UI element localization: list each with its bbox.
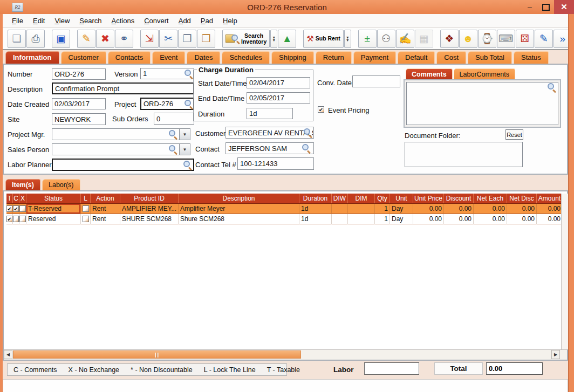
paste-button[interactable]: ❒ <box>197 30 215 48</box>
number-field[interactable] <box>52 68 106 80</box>
column-header-amount[interactable]: Amount <box>537 194 562 203</box>
menu-item-actions[interactable]: Actions <box>107 17 140 25</box>
column-header-status[interactable]: Status <box>26 194 81 203</box>
tab-payment[interactable]: Payment <box>353 51 396 64</box>
column-header-action[interactable]: Action <box>91 194 120 203</box>
tab-cost[interactable]: Cost <box>436 51 466 64</box>
cut-button[interactable]: ✂ <box>159 30 177 48</box>
tab-event[interactable]: Event <box>152 51 185 64</box>
tab-customer[interactable]: Customer <box>61 51 106 64</box>
comments-textarea[interactable] <box>406 82 558 125</box>
menu-item-view[interactable]: View <box>50 17 74 25</box>
sales-person-dropdown-button[interactable]: ▼ <box>179 143 190 155</box>
contact-tel-field[interactable] <box>237 157 314 170</box>
find-binoculars-button[interactable]: ⚭ <box>115 30 133 48</box>
column-header-unit-price[interactable]: Unit Price <box>413 194 444 203</box>
conv-date-field[interactable] <box>352 75 400 87</box>
column-header-x[interactable]: X <box>19 194 26 203</box>
save-button[interactable]: ▣ <box>52 30 70 48</box>
menu-item-convert[interactable]: Convert <box>139 17 174 25</box>
sub-rent-more-button[interactable]: ▾ ▾ <box>344 30 351 48</box>
end-date-field[interactable] <box>247 92 310 104</box>
groups-button[interactable]: ⚇ <box>377 30 395 48</box>
tab-labor-comments[interactable]: LaborComments <box>454 68 515 80</box>
vertical-scrollbar[interactable] <box>561 194 568 349</box>
row-checkbox[interactable]: ✔ <box>6 205 12 212</box>
event-pricing-checkbox[interactable]: ✔ <box>318 106 324 113</box>
version-search-icon[interactable] <box>184 70 193 78</box>
document-edit-button[interactable]: ✎ <box>535 30 553 48</box>
horizontal-scrollbar[interactable]: ◀ ▶ <box>4 349 567 360</box>
cube-stack-button[interactable]: ⚄ <box>516 30 534 48</box>
search-inventory-button[interactable]: Search Inventory <box>222 30 270 48</box>
description-field[interactable] <box>52 82 194 94</box>
sub-orders-field[interactable] <box>154 113 194 125</box>
labor-total-field[interactable] <box>364 362 419 375</box>
org-chart-button[interactable]: ❖ <box>440 30 459 48</box>
row-checkbox[interactable]: ✔ <box>6 216 12 222</box>
delete-button[interactable]: ✖ <box>96 30 114 48</box>
tab-comments[interactable]: Comments <box>406 68 453 80</box>
date-created-field[interactable] <box>52 98 106 109</box>
column-header-dim[interactable]: DIM <box>348 194 375 203</box>
row-checkbox[interactable] <box>83 205 89 212</box>
row-checkbox[interactable] <box>83 216 89 222</box>
transfer-lines-button[interactable]: ⇲ <box>140 30 159 48</box>
tab-contacts[interactable]: Contacts <box>108 51 151 64</box>
tab-schedules[interactable]: Schedules <box>222 51 270 64</box>
table-row[interactable]: ✔✔T-ReservedRentAMPLIFIER MEY...Amplifie… <box>6 204 562 214</box>
column-header-duration[interactable]: Duration <box>299 194 332 203</box>
tab-sub-total[interactable]: Sub Total <box>468 51 512 64</box>
tab-information[interactable]: Information <box>5 51 59 64</box>
menu-item-pad[interactable]: Pad <box>196 17 218 25</box>
column-header-product-id[interactable]: Product ID <box>120 194 179 203</box>
tab-default[interactable]: Default <box>398 51 435 64</box>
sales-person-field[interactable] <box>52 143 180 155</box>
table-row[interactable]: ✔ReservedRentSHURE SCM268Shure SCM2681d1… <box>6 214 562 224</box>
menu-item-add[interactable]: Add <box>174 17 196 25</box>
document-folder-box[interactable] <box>405 142 523 167</box>
column-header-diw[interactable]: DIW <box>332 194 348 203</box>
copy-button[interactable]: ❐ <box>178 30 196 48</box>
add-remove-button[interactable]: ± <box>358 30 377 48</box>
menu-item-help[interactable]: Help <box>218 17 242 25</box>
column-header-unit[interactable]: Unit <box>390 194 413 203</box>
row-checkbox[interactable]: ✔ <box>13 205 19 212</box>
duration-field[interactable] <box>247 108 293 119</box>
row-checkbox[interactable] <box>19 216 26 222</box>
site-field[interactable] <box>52 113 106 125</box>
print-button[interactable]: ⎙ <box>26 30 45 48</box>
project-mgr-search-icon[interactable] <box>169 130 177 138</box>
column-header-description[interactable]: Description <box>179 194 299 203</box>
total-value-field[interactable] <box>486 362 543 375</box>
menu-item-edit[interactable]: Edit <box>28 17 50 25</box>
column-header-qty[interactable]: Qty <box>375 194 390 203</box>
notepad-edit-button[interactable]: ✍ <box>396 30 414 48</box>
tab-shipping[interactable]: Shipping <box>271 51 314 64</box>
contact-search-icon[interactable] <box>302 144 310 152</box>
column-header-c[interactable]: C <box>13 194 19 203</box>
project-mgr-dropdown-button[interactable]: ▼ <box>179 128 190 140</box>
customer-search-icon[interactable] <box>304 128 312 136</box>
sales-person-search-icon[interactable] <box>169 145 177 153</box>
keyboard-key-button[interactable]: ⌨ <box>497 30 515 48</box>
close-button[interactable]: ✕ <box>554 0 574 14</box>
items-tab-item-s-[interactable]: Item(s) <box>5 179 40 190</box>
column-header-net-each[interactable]: Net Each <box>474 194 507 203</box>
column-header-net-disc[interactable]: Net Disc <box>507 194 537 203</box>
column-header-discount[interactable]: Discount <box>444 194 474 203</box>
labor-planner-field[interactable] <box>52 159 194 171</box>
folder-clock-button[interactable]: ⌚ <box>478 30 496 48</box>
menu-item-search[interactable]: Search <box>74 17 106 25</box>
scroll-left-button[interactable]: ◀ <box>4 350 12 359</box>
scrollbar-thumb[interactable] <box>13 350 301 359</box>
new-document-button[interactable]: ❏ <box>8 30 26 48</box>
reset-button[interactable]: Reset <box>505 129 523 140</box>
tab-status[interactable]: Status <box>514 51 549 64</box>
edit-pencil-button[interactable]: ✎ <box>77 30 95 48</box>
search-inventory-more-button[interactable]: ▾ ▾ <box>270 30 277 48</box>
project-search-icon[interactable] <box>184 100 193 108</box>
sub-rent-button[interactable]: ⚒Sub Rent <box>303 30 344 48</box>
minimize-button[interactable]: – <box>522 0 538 14</box>
items-tab-labor-s-[interactable]: Labor(s) <box>42 179 80 190</box>
